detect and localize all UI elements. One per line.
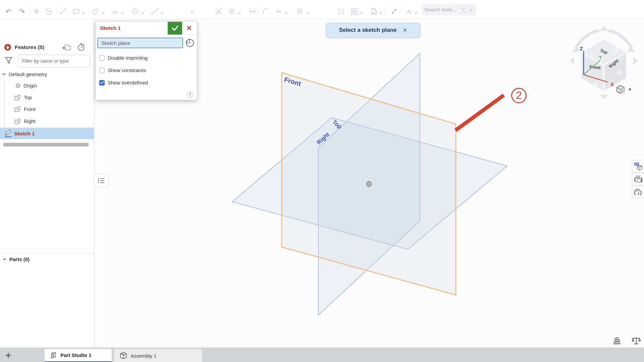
document-tab-bar: + Part Studio 1 Assembly 1 xyxy=(0,348,644,362)
shortcut-alt-key: ⌥ xyxy=(458,7,467,12)
tab-label: Part Studio 1 xyxy=(60,352,92,358)
circle-dropdown-chevron[interactable] xyxy=(101,10,105,13)
shortcut-c-key: c xyxy=(468,7,474,12)
svg-text:DXF: DXF xyxy=(372,12,376,14)
offset-dropdown-chevron[interactable] xyxy=(306,10,309,13)
spline-tool-icon[interactable] xyxy=(150,7,159,16)
extrude-icon[interactable] xyxy=(32,7,41,16)
checkmark-icon xyxy=(172,25,178,31)
transform-tool-icon[interactable] xyxy=(390,7,398,16)
use-dropdown-chevron[interactable] xyxy=(237,10,241,13)
parts-section-label: Parts (0) xyxy=(9,256,30,262)
origin-marker[interactable] xyxy=(367,182,371,186)
tree-item-top[interactable]: Top xyxy=(14,92,32,103)
confirm-button[interactable] xyxy=(168,22,182,35)
notification-message: Select a sketch plane xyxy=(339,27,396,34)
dimension-tool-icon[interactable] xyxy=(248,7,257,16)
configurations-button[interactable]: { } xyxy=(632,173,644,185)
parts-section-header[interactable]: Parts (0) xyxy=(3,254,30,265)
option-show-constraints[interactable]: Show constraints xyxy=(99,67,146,73)
spline-dropdown-chevron[interactable] xyxy=(160,10,164,13)
constraint-tool-icon[interactable] xyxy=(404,7,413,16)
clock-icon[interactable] xyxy=(185,39,194,47)
polygon-tool-icon[interactable] xyxy=(131,7,140,16)
pencil-icon xyxy=(4,129,12,138)
polygon-dropdown-chevron[interactable] xyxy=(141,10,144,13)
export-dxf-icon[interactable]: DXF xyxy=(370,7,378,16)
stopwatch-icon[interactable] xyxy=(77,43,85,51)
redo-button[interactable]: ↷ xyxy=(17,7,26,16)
z-axis-label: Z xyxy=(580,46,583,51)
undo-button[interactable]: ↶ xyxy=(4,7,13,16)
option-label: Disable imprinting xyxy=(108,55,148,61)
tab-part-studio-1[interactable]: Part Studio 1 xyxy=(45,349,112,362)
checkbox-checked[interactable] xyxy=(99,80,105,85)
annotation-line xyxy=(455,95,504,130)
rectangle-tool-icon[interactable] xyxy=(72,7,80,16)
rotate-left-arrow[interactable] xyxy=(570,57,574,65)
svg-text:A: A xyxy=(217,8,221,14)
view-cube[interactable]: Top Front Right Z Y X xyxy=(566,22,644,103)
measure-tool-button[interactable] xyxy=(612,336,623,346)
arc-tool-icon[interactable] xyxy=(111,7,119,16)
default-geometry-group[interactable]: Default geometry xyxy=(2,69,47,80)
constraint-dropdown-chevron[interactable] xyxy=(414,10,418,13)
filter-input[interactable] xyxy=(18,55,90,67)
named-views-button[interactable] xyxy=(632,160,644,173)
checkbox-unchecked[interactable] xyxy=(99,55,105,61)
tab-label: Assembly 1 xyxy=(130,353,157,359)
add-tab-button[interactable]: + xyxy=(5,349,11,362)
revolve-icon[interactable] xyxy=(44,7,53,16)
rollback-bar[interactable] xyxy=(3,143,89,146)
search-tools-input[interactable]: Search tools... ⌥ c xyxy=(422,4,476,15)
tab-assembly-1[interactable]: Assembly 1 xyxy=(114,349,202,362)
option-show-overdefined[interactable]: Show overdefined xyxy=(99,80,148,85)
sketch-dialog-title: Sketch 1 xyxy=(100,25,121,31)
line-tool-icon[interactable] xyxy=(58,7,67,16)
dxf-dropdown-chevron[interactable] xyxy=(379,10,382,13)
point-tool-icon[interactable] xyxy=(188,7,197,16)
tree-item-origin[interactable]: Origin xyxy=(15,80,37,91)
svg-text:x: x xyxy=(637,191,640,196)
cancel-button[interactable]: ✕ xyxy=(184,23,194,33)
option-label: Show overdefined xyxy=(108,80,148,85)
tree-item-label: Origin xyxy=(23,83,37,88)
view-orientation-button[interactable]: ▼ xyxy=(616,84,632,95)
fillet-tool-icon[interactable] xyxy=(262,7,270,16)
variables-button[interactable]: ( x ) xyxy=(632,186,644,198)
view-cube-body[interactable] xyxy=(581,39,627,92)
rotate-down-arrow[interactable] xyxy=(600,95,608,100)
filter-icon[interactable] xyxy=(4,56,13,65)
x-axis-label: X xyxy=(610,81,614,87)
trim-dropdown-chevron[interactable] xyxy=(284,10,288,13)
checkbox-unchecked[interactable] xyxy=(99,68,105,73)
arc-dropdown-chevron[interactable] xyxy=(121,10,124,13)
sketch-plane-field[interactable]: Sketch plane xyxy=(97,38,183,48)
rotate-right-arrow[interactable] xyxy=(633,57,638,65)
new-folder-icon[interactable] xyxy=(62,44,71,51)
trim-tool-icon[interactable]: ✂ xyxy=(274,7,283,16)
notification-close-icon[interactable]: ✕ xyxy=(402,27,407,34)
panel-collapse-handle[interactable] xyxy=(94,174,109,187)
option-disable-imprinting[interactable]: Disable imprinting xyxy=(99,55,148,61)
pattern-dropdown-chevron[interactable] xyxy=(360,10,363,13)
pattern-tool-icon[interactable] xyxy=(350,7,359,16)
default-geometry-label: Default geometry xyxy=(9,71,47,77)
tree-item-right[interactable]: Right xyxy=(14,116,36,127)
chevron-down-icon[interactable] xyxy=(3,258,6,260)
tree-item-label: Right xyxy=(24,118,36,124)
rectangle-dropdown-chevron[interactable] xyxy=(82,10,85,13)
chevron-down-icon[interactable] xyxy=(2,73,6,75)
rotate-up-arrow[interactable] xyxy=(600,26,608,31)
viewport-bottom-divider xyxy=(0,347,644,348)
tree-item-sketch1-selected[interactable]: Sketch 1 xyxy=(0,128,94,139)
mirror-tool-icon[interactable] xyxy=(336,7,345,16)
offset-tool-icon[interactable] xyxy=(295,7,304,16)
text-tool-icon[interactable]: A xyxy=(215,7,223,16)
use-tool-icon[interactable] xyxy=(227,7,236,16)
help-icon[interactable]: ? xyxy=(187,92,193,98)
chevron-down-icon[interactable]: ▼ xyxy=(628,87,632,92)
tree-item-front[interactable]: Front xyxy=(14,104,36,115)
circle-tool-icon[interactable] xyxy=(91,7,100,16)
mass-properties-button[interactable] xyxy=(631,336,641,346)
